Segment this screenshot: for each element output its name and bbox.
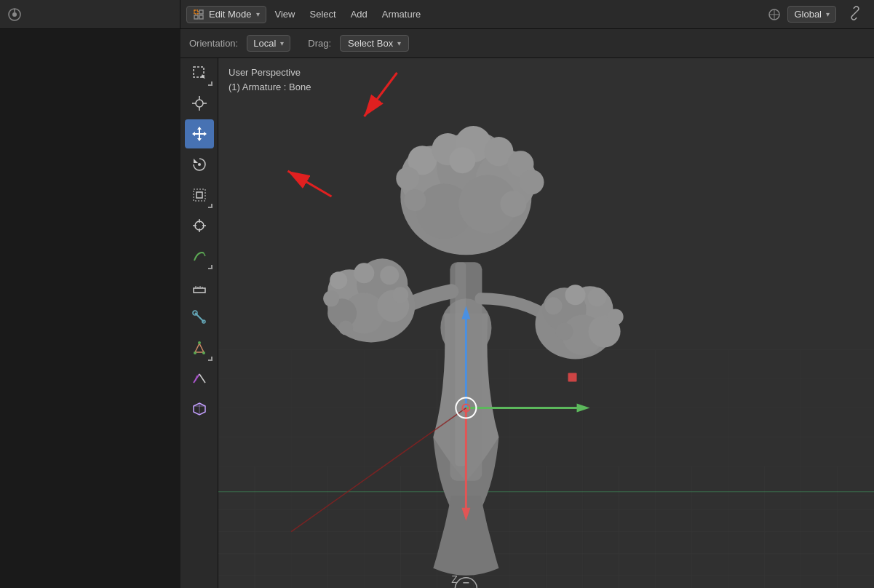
corner-indicator	[208, 82, 212, 86]
svg-point-122	[500, 191, 526, 217]
tool-transform[interactable]	[185, 211, 214, 240]
box-icon	[191, 400, 208, 418]
svg-rect-34	[194, 288, 205, 293]
measure-icon	[191, 278, 208, 295]
svg-rect-3	[194, 10, 198, 14]
scale-icon	[191, 186, 208, 204]
link-menu[interactable]	[842, 3, 868, 25]
svg-marker-20	[197, 127, 202, 130]
svg-point-97	[338, 320, 353, 335]
left-toolbar	[180, 0, 218, 588]
svg-rect-6	[199, 15, 203, 19]
corner-indicator-extrude	[208, 357, 212, 361]
tool-scale[interactable]	[185, 180, 214, 210]
svg-point-106	[608, 309, 624, 325]
viewport[interactable]: Z X User Perspective (1) Armature : Bone	[218, 58, 874, 588]
viewport-scene: Z X	[218, 58, 874, 588]
svg-line-42	[195, 343, 199, 352]
orientation-select[interactable]: Local ▾	[247, 35, 290, 52]
svg-point-25	[198, 163, 201, 166]
tool-box[interactable]	[185, 394, 214, 424]
svg-point-95	[323, 290, 339, 306]
svg-point-94	[380, 266, 399, 285]
svg-point-120	[519, 170, 544, 194]
shear-icon	[191, 370, 208, 387]
tool-annotate[interactable]	[185, 242, 214, 271]
drag-select[interactable]: Select Box ▾	[340, 35, 409, 52]
link-icon	[848, 6, 862, 20]
drag-arrow: ▾	[397, 39, 401, 47]
move-icon	[191, 125, 208, 143]
transform-icon	[191, 217, 208, 234]
rotate-icon	[191, 156, 208, 173]
svg-point-123	[449, 147, 475, 173]
corner-indicator-annotate	[208, 265, 212, 269]
drag-value: Select Box	[348, 38, 393, 49]
svg-line-10	[854, 12, 857, 15]
svg-point-103	[565, 285, 586, 305]
menu-add[interactable]: Add	[345, 6, 373, 23]
mode-selector[interactable]: Edit Mode ▾	[186, 6, 266, 23]
bone-envelope-icon	[191, 309, 208, 326]
svg-point-1	[12, 12, 17, 17]
svg-point-45	[198, 341, 201, 344]
top-menu-bar: Edit Mode ▾ View Select Add Armature Glo…	[180, 0, 874, 29]
menu-armature[interactable]: Armature	[376, 6, 426, 23]
gizmo-icon	[767, 7, 782, 22]
svg-point-47	[202, 351, 205, 354]
tool-select-box[interactable]	[185, 58, 214, 87]
svg-marker-24	[194, 159, 198, 163]
orientation-arrow: ▾	[280, 39, 284, 47]
extrude-icon	[191, 339, 208, 357]
mode-dropdown-arrow: ▾	[256, 10, 260, 18]
tool-bone-envelope[interactable]	[185, 303, 214, 332]
drag-label: Drag:	[308, 38, 331, 49]
cursor-icon	[191, 95, 208, 112]
global-label: Global	[794, 9, 822, 20]
tool-extrude[interactable]	[185, 333, 214, 362]
orientation-bar: Orientation: Local ▾ Drag: Select Box ▾	[180, 29, 874, 58]
svg-point-13	[196, 100, 203, 107]
menu-select[interactable]: Select	[304, 6, 342, 23]
svg-line-50	[199, 374, 205, 383]
tool-rotate[interactable]	[185, 150, 214, 179]
svg-marker-12	[201, 74, 205, 79]
svg-rect-5	[194, 15, 198, 19]
svg-point-107	[556, 322, 573, 340]
menu-view[interactable]: View	[269, 6, 301, 23]
tool-shear[interactable]	[185, 364, 214, 393]
select-box-icon	[191, 64, 208, 82]
tool-measure[interactable]	[185, 272, 214, 301]
svg-rect-133	[568, 373, 577, 381]
svg-line-33	[204, 253, 205, 256]
svg-point-93	[354, 263, 374, 283]
tool-move[interactable]	[185, 119, 214, 148]
top-left-icons	[0, 0, 180, 29]
svg-line-43	[199, 343, 204, 352]
svg-rect-27	[194, 189, 205, 201]
annotate-icon	[191, 247, 208, 265]
svg-point-92	[330, 271, 347, 289]
svg-point-104	[588, 287, 607, 306]
svg-marker-21	[197, 138, 202, 141]
svg-marker-23	[204, 132, 207, 136]
corner-indicator-scale	[208, 204, 212, 208]
global-arrow: ▾	[826, 10, 830, 18]
svg-rect-26	[196, 192, 202, 198]
orientation-value: Local	[253, 38, 276, 49]
tool-cursor[interactable]	[185, 89, 214, 118]
svg-point-46	[194, 351, 196, 354]
mode-label: Edit Mode	[209, 9, 252, 20]
edit-mode-icon	[193, 9, 204, 20]
svg-point-105	[544, 297, 562, 314]
svg-point-121	[404, 189, 426, 211]
svg-marker-22	[192, 132, 195, 136]
svg-point-96	[392, 287, 408, 303]
svg-point-119	[396, 167, 419, 190]
global-selector[interactable]: Global ▾	[787, 6, 836, 23]
svg-rect-4	[199, 10, 203, 14]
blender-icon	[6, 6, 23, 23]
orientation-label: Orientation:	[189, 38, 238, 49]
